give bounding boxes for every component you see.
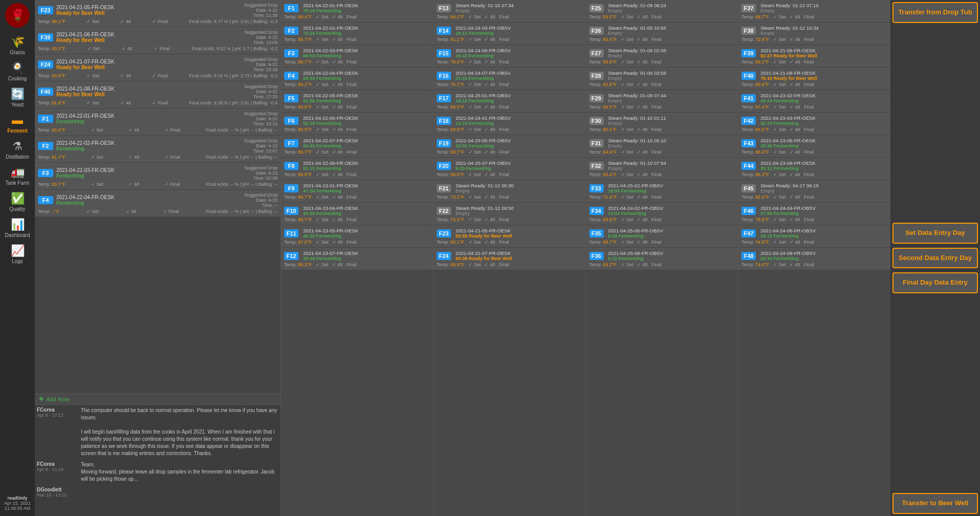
col-badge: F25 [589,4,604,12]
col-card-f37[interactable]: F37 Steam Ready: 01-12 07:10 Empty Temp:… [738,0,890,23]
col-card-f17[interactable]: F17 2021-04-25-01-FR-OBSV 18:18 Fermenti… [434,90,586,113]
col-card-f43[interactable]: F43 2021-04-23-06-FR-OESK 38:46 Fermenti… [738,135,890,158]
col-card-f6[interactable]: F6 2021-04-22-06-FR-OESK 58:28 Fermentin… [281,113,433,135]
card-status: Ready for Beer Well [56,37,241,43]
col-card-f28[interactable]: F28 Steam Ready: 01-09 03:58 Empty Temp:… [586,68,738,90]
col-card-f22[interactable]: F22 Steam Ready: 01-12 08:50 Empty Temp:… [434,203,586,225]
col-card-f33[interactable]: F33 2021-04-25-02-FR-OBSV 16:59 Fermenti… [586,180,738,203]
col-temp-row: Temp: 89.7°F ✓ Set ✓ 48 Final [284,195,430,200]
col-card-f42[interactable]: F42 2021-04-23-03-FR-OESK 42:20 Fermenti… [738,113,890,135]
col-card-f36[interactable]: F36 2021-04-25-08-FR-OBSV 5:12 Fermentin… [586,248,738,270]
col-card-f29[interactable]: F29 Steam Ready: 01-09 07:44 Empty Temp:… [586,90,738,113]
col-card-f14[interactable]: F14 2021-04-24-03-FR-OBSV 29:11 Fermenti… [434,23,586,45]
col-card-f19[interactable]: F19 2021-04-25-05-FR-OBSV 10:30 Fermenti… [434,135,586,158]
note-item: DGoodlett Mar 16 - 13:10 [37,487,279,498]
set-data-entry-day-button[interactable]: Set Data Entry Day [892,223,978,244]
transfer-to-beer-well-button[interactable]: Transfer to Beer Well [892,493,978,514]
col-card-f38[interactable]: F38 Steam Ready: 01-12 10:34 Empty Temp:… [738,23,890,45]
col-temp-row: Temp: 90.1°F ✓ Set ✓ 48 Final [437,240,583,245]
col-temp-row: Temp: 89.7°F ✓ Set ✓ 48 Final [284,59,430,64]
col-card-f30[interactable]: F30 Steam Ready: 01-10 01:11 Empty Temp:… [586,113,738,135]
ferment-card-f2[interactable]: F2 2021-04-22-02-FR-OESK Fermenting Sugg… [35,136,281,163]
col-card-f5[interactable]: F5 2021-04-22-05-FR-OESK 61:56 Fermentin… [281,90,433,113]
col-card-f13[interactable]: F13 Steam Ready: 01-15 07:34 Empty Temp:… [434,0,586,23]
ferment-card-f39[interactable]: F39 2021-04-21-06-FR-OESK Ready for Beer… [35,27,281,54]
col-title: Steam Ready: 01-15 07:34 [456,3,583,8]
col-card-f11[interactable]: F11 2021-04-23-05-FR-OESK 40:20 Fermenti… [281,225,433,248]
col-card-f3[interactable]: F3 2021-04-22-03-FR-OESK 68:58 Fermentin… [281,45,433,68]
col-card-f8[interactable]: F8 2021-04-22-08-FR-OESK 51:15 Fermentin… [281,158,433,180]
col-badge: F30 [589,117,604,125]
ferment-card-f3[interactable]: F3 2021-04-22-03-FR-OESK Fermenting Sugg… [35,163,281,190]
col-card-f21[interactable]: F21 Steam Ready: 01-12 05:30 Empty Temp:… [434,180,586,203]
ferment-card-f1[interactable]: F1 2021-04-22-01-FR-OESK Fermenting Sugg… [35,109,281,136]
col-status: Empty [456,211,583,216]
add-note-label[interactable]: Add Note [46,396,70,402]
col-card-f26[interactable]: F26 Steam Ready: 01-09 10:56 Empty Temp:… [586,23,738,45]
sidebar-item-ferment[interactable]: ▬ Ferment [0,111,35,137]
col-title: Steam Ready: 01-12 05:30 [456,183,583,188]
sidebar-item-cooking[interactable]: 🍳 Cooking [0,58,35,84]
sidebar-item-dashboard[interactable]: 📊 Dashboard [0,215,35,241]
col-card-f12[interactable]: F12 2021-04-23-07-FR-OESK 36:34 Fermenti… [281,248,433,270]
col-card-f34[interactable]: F34 2021-04-24-02-FR-OBSV 13:04 Fermenti… [586,203,738,225]
col-card-f10[interactable]: F10 2021-04-23-04-FR-OESK 43:59 Fermenti… [281,203,433,225]
col-status: 83:58 Ready for Beer Well [456,233,583,239]
sidebar-item-distillation[interactable]: ⚗ Distillation [0,137,35,163]
col-card-f18[interactable]: F18 2021-04-24-01-FR-OBSV 14:19 Fermenti… [434,113,586,135]
sidebar-item-logs[interactable]: 📈 Logs [0,241,35,267]
col-card-f31[interactable]: F31 Steam Ready: 01-10 05:10 Empty Temp:… [586,135,738,158]
col-card-f24[interactable]: F24 2021-04-21-07-FR-OESK 80:08 Ready fo… [434,248,586,270]
col-badge: F39 [741,49,756,57]
col-card-f32[interactable]: F32 Steam Ready: 01-10 07:54 Empty Temp:… [586,158,738,180]
col-badge: F47 [741,229,756,238]
col-card-f1[interactable]: F1 2021-04-22-01-FR-OESK 76:16 Fermentin… [281,0,433,23]
col-card-f35[interactable]: F35 2021-04-25-06-FR-OBSV 9:08 Fermentin… [586,225,738,248]
col-card-f39[interactable]: F39 2021-04-21-06-FR-OESK 82:27 Ready fo… [738,45,890,68]
card-title: 2021-04-22-03-FR-OESK [56,167,241,173]
col-card-f46[interactable]: F46 2021-04-24-04-FR-OBSV 27:56 Fermenti… [738,203,890,225]
col-card-f25[interactable]: F25 Steam Ready: 01-09 08:24 Empty Temp:… [586,0,738,23]
col-card-f40[interactable]: F40 2021-04-21-08-FR-OESK 78:16 Ready fo… [738,68,890,90]
col-badge: F17 [437,94,451,102]
ferment-card-f40[interactable]: F40 2021-04-21-08-FR-OESK Ready for Beer… [35,81,281,109]
ferment-card-f4[interactable]: F4 2021-04-22-04-FR-OESK Fermenting Sugg… [35,190,281,217]
col-card-f4[interactable]: F4 2021-04-22-04-FR-OESK 65:34 Fermentin… [281,68,433,90]
col-status: 36:34 Fermenting [303,256,430,261]
col-card-f23[interactable]: F23 2021-04-21-05-FR-OESK 83:58 Ready fo… [434,225,586,248]
col-title: Steam Ready: 01-09 03:58 [608,70,735,76]
sidebar-item-grains[interactable]: 🌾 Grains [0,32,35,58]
sidebar-item-yeast[interactable]: 🔄 Yeast [0,84,35,111]
card-time: Suggested Drop Date: 4-23 Time: -- [244,192,278,208]
sidebar-item-quality[interactable]: ✅ Quality [0,189,35,215]
col-card-f16[interactable]: F16 2021-04-24-07-FR-OBSV 21:53 Fermenti… [434,68,586,90]
col-badge: F35 [589,229,604,238]
dashboard-icon: 📊 [11,218,25,231]
col-card-f7[interactable]: F7 2021-04-22-07-FR-OESK 54:49 Fermentin… [281,135,433,158]
col-card-f2[interactable]: F2 2021-04-22-02-FR-OESK 72:29 Fermentin… [281,23,433,45]
col-card-f48[interactable]: F48 2021-04-24-08-FR-OBSV 20:32 Fermenti… [738,248,890,270]
badge: F3 [38,169,53,177]
col-badge: F23 [437,229,451,238]
col-card-f47[interactable]: F47 2021-04-24-06-FR-OBSV 24:19 Fermenti… [738,225,890,248]
col-card-f27[interactable]: F27 Steam Ready: 01-09 02:08 Empty Temp:… [586,45,738,68]
ferment-card-f23[interactable]: F23 2021-04-21-05-FR-OESK Ready for Beer… [35,0,281,27]
col-card-f45[interactable]: F45 Steam Ready: 04-17 06:19 Empty Temp:… [738,180,890,203]
second-data-entry-day-button[interactable]: Second Data Entry Day [892,248,978,269]
yeast-icon: 🔄 [11,88,25,101]
transfer-from-drop-tub-button[interactable]: Transfer from Drop Tub [892,2,978,23]
col-temp-row: Temp: 59.0°F ✓ Set ✓ 48 Final [589,14,735,19]
col-status: Empty [608,8,735,13]
col-badge: F3 [284,49,299,57]
note-author: DGoodlett Mar 16 - 13:10 [37,487,78,498]
col-badge: F31 [589,139,604,147]
sidebar-item-tank-farm[interactable]: 🚛 Tank Farm [0,163,35,189]
col-card-f20[interactable]: F20 2021-04-25-07-FR-OBSV 6:20 Fermentin… [434,158,586,180]
ferment-card-f24[interactable]: F24 2021-04-21-07-FR-OESK Ready for Beer… [35,54,281,81]
col-card-f41[interactable]: F41 2021-04-23-02-FR-OESK 46:04 Fermenti… [738,90,890,113]
ferment-list[interactable]: F23 2021-04-21-05-FR-OESK Ready for Beer… [35,0,281,393]
col-card-f9[interactable]: F9 2021-04-23-01-FR-OESK 47:36 Fermentin… [281,180,433,203]
col-card-f15[interactable]: F15 2021-04-24-05-FR-OBSV 25:43 Fermenti… [434,45,586,68]
col-card-f44[interactable]: F44 2021-04-23-08-FR-OESK 35:11 Fermenti… [738,158,890,180]
final-day-data-entry-button[interactable]: Final Day Data Entry [892,272,978,293]
